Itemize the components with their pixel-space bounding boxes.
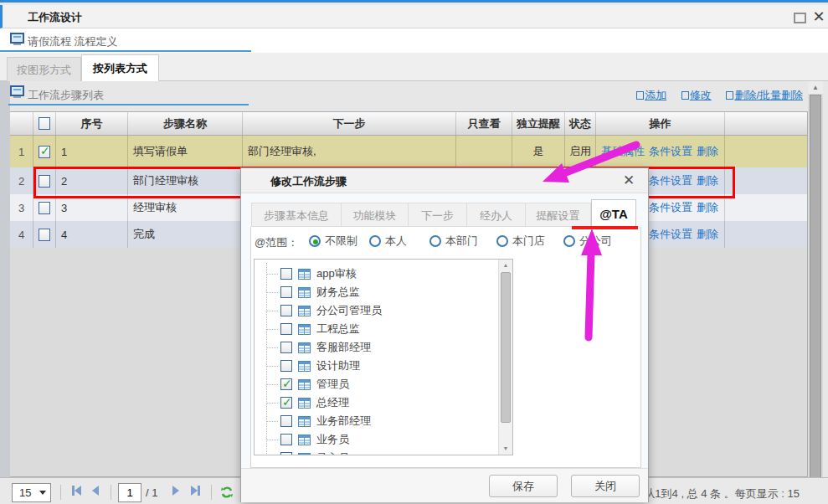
row-checkbox[interactable]: ✓	[33, 136, 56, 167]
role-checkbox[interactable]	[280, 323, 292, 335]
view-tab-bar: 按图形方式 按列表方式	[0, 53, 828, 81]
breadcrumb-underline	[0, 50, 251, 52]
first-page-button[interactable]	[72, 486, 81, 498]
page-number-input[interactable]	[118, 483, 141, 502]
delete-link[interactable]: 删除	[697, 200, 718, 215]
role-item[interactable]: 客服部经理	[255, 338, 497, 357]
table-header-row: 序号 步骤名称 下一步 只查看 独立提醒 状态 操作	[10, 112, 807, 136]
next-page-button[interactable]	[172, 486, 179, 498]
scrollbar-thumb[interactable]	[810, 95, 821, 490]
col-step-name: 步骤名称	[128, 112, 243, 135]
monitor-icon	[10, 85, 24, 99]
role-icon	[298, 361, 311, 372]
tab-at-ta[interactable]: @TA	[591, 199, 636, 227]
role-item[interactable]: 录入员	[255, 449, 497, 455]
role-item[interactable]: 财务总监	[255, 283, 497, 301]
add-button[interactable]: 添加	[636, 89, 666, 101]
radio-branch-company[interactable]: 分公司	[563, 234, 612, 249]
edit-workflow-step-dialog: 修改工作流步骤 ✕ 步骤基本信息 功能模块 下一步 经办人 提醒设置 @TA @…	[240, 167, 649, 502]
table-row[interactable]: 1 ✓ 1 填写请假单 部门经理审核, 是 启用 基础属性 条件设置 删除	[10, 136, 807, 167]
select-all-checkbox[interactable]	[33, 112, 56, 135]
col-status: 状态	[565, 112, 596, 135]
role-checkbox[interactable]	[280, 268, 292, 280]
role-checkbox[interactable]	[280, 305, 292, 316]
condition-link[interactable]: 条件设置	[649, 173, 692, 188]
delete-link[interactable]: 删除	[697, 173, 718, 188]
role-checkbox[interactable]	[280, 452, 292, 455]
radio-icon	[429, 235, 441, 247]
role-checkbox[interactable]	[280, 286, 292, 298]
role-item[interactable]: 工程总监	[255, 320, 497, 338]
tab-step-basic-info[interactable]: 步骤基本信息	[251, 203, 342, 227]
role-item[interactable]: ✓管理员	[255, 375, 497, 393]
scroll-up-icon[interactable]: ▲	[808, 81, 823, 94]
save-button[interactable]: 保存	[489, 475, 558, 497]
page-total: / 1	[146, 486, 157, 499]
basic-props-link[interactable]: 基础属性	[601, 144, 645, 159]
section-underline	[8, 104, 249, 105]
role-icon	[298, 398, 311, 409]
role-checkbox[interactable]	[280, 342, 292, 353]
dialog-footer: 保存 关闭	[241, 468, 648, 502]
radio-icon	[563, 235, 575, 247]
role-item[interactable]: 业务部经理	[255, 412, 497, 430]
role-icon	[298, 453, 311, 456]
maximize-icon[interactable]	[794, 13, 806, 23]
scrollbar-thumb[interactable]	[501, 272, 511, 423]
role-checkbox[interactable]	[280, 434, 292, 445]
role-item[interactable]: 分公司管理员	[255, 301, 497, 320]
delete-link[interactable]: 删除	[697, 144, 718, 159]
role-item[interactable]: 设计助理	[255, 357, 497, 375]
last-page-button[interactable]	[191, 486, 200, 498]
role-item[interactable]: ✓总经理	[255, 393, 497, 412]
radio-icon	[309, 235, 321, 247]
monitor-icon	[10, 33, 24, 46]
col-remind: 独立提醒	[512, 112, 565, 135]
prev-page-button[interactable]	[92, 486, 99, 498]
dialog-tab-bar: 步骤基本信息 功能模块 下一步 经办人 提醒设置 @TA	[251, 203, 638, 227]
role-checkbox[interactable]	[280, 360, 292, 372]
role-checkbox[interactable]	[280, 415, 292, 427]
delete-batch-button[interactable]: 删除/批量删除	[726, 89, 803, 101]
refresh-icon[interactable]	[219, 485, 234, 500]
condition-link[interactable]: 条件设置	[649, 227, 692, 242]
table-actions: 添加 修改 删除/批量删除	[625, 88, 803, 103]
record-summary: 从1到4 , 总 4 条 。每页显示 : 15	[644, 486, 800, 501]
role-list-scrollbar[interactable]: ▲ ▼	[498, 260, 512, 455]
role-icon	[298, 435, 311, 445]
close-icon[interactable]: ✕	[810, 8, 828, 26]
condition-link[interactable]: 条件设置	[649, 200, 692, 215]
tab-handler[interactable]: 经办人	[467, 203, 526, 227]
row-checkbox[interactable]	[33, 194, 56, 221]
radio-own-department[interactable]: 本部门	[429, 234, 478, 249]
role-checkbox[interactable]: ✓	[280, 378, 292, 390]
active-tab-red-underline	[572, 226, 638, 229]
dialog-title: 修改工作流步骤	[270, 174, 347, 189]
section-title: 工作流步骤列表	[28, 88, 104, 103]
tab-function-module[interactable]: 功能模块	[342, 203, 409, 227]
scroll-down-icon[interactable]: ▼	[499, 443, 512, 455]
radio-self[interactable]: 本人	[369, 234, 407, 249]
main-scrollbar[interactable]: ▲ ▼	[808, 81, 823, 504]
dialog-close-icon[interactable]: ✕	[620, 172, 638, 190]
condition-link[interactable]: 条件设置	[649, 144, 692, 159]
page-size-select[interactable]: 15	[12, 483, 51, 502]
row-checkbox[interactable]	[33, 167, 56, 194]
tab-next-step[interactable]: 下一步	[409, 203, 467, 227]
scroll-up-icon[interactable]: ▲	[499, 260, 512, 271]
role-icon	[298, 379, 311, 390]
radio-own-store[interactable]: 本门店	[496, 234, 545, 249]
col-index: 序号	[56, 112, 128, 135]
window-title: 工作流设计	[28, 10, 82, 25]
row-checkbox[interactable]	[33, 221, 56, 248]
role-checkbox[interactable]: ✓	[280, 397, 292, 409]
radio-unlimited[interactable]: 不限制	[309, 234, 357, 249]
tab-remind-settings[interactable]: 提醒设置	[526, 203, 591, 227]
modify-button[interactable]: 修改	[681, 89, 712, 101]
delete-link[interactable]: 删除	[697, 227, 718, 242]
tab-graph-view[interactable]: 按图形方式	[7, 57, 81, 81]
close-button[interactable]: 关闭	[571, 475, 640, 497]
tab-list-view[interactable]: 按列表方式	[81, 54, 159, 81]
role-item[interactable]: app审核	[255, 265, 497, 283]
role-item[interactable]: 业务员	[255, 430, 497, 449]
